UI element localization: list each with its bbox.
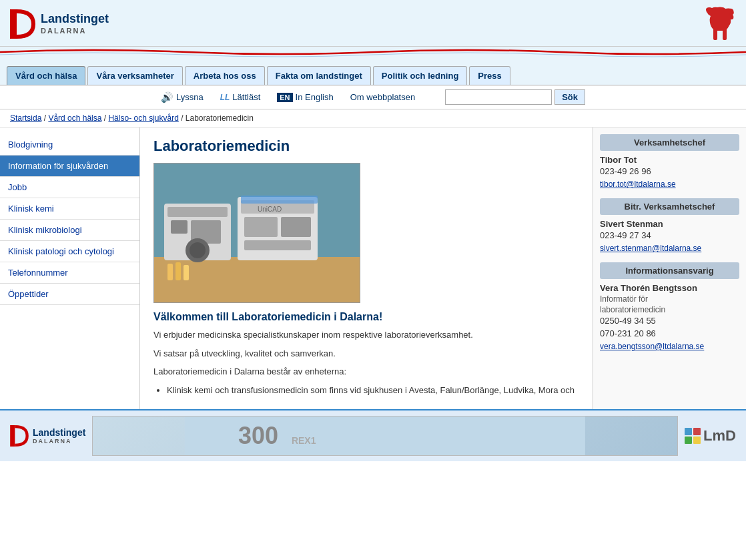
lmd-logo: LmD [685, 427, 736, 445]
search-area: Sök [445, 89, 585, 105]
sidebar-item-telefonnummer[interactable]: Telefonnummer [0, 262, 139, 284]
search-button[interactable]: Sök [554, 89, 585, 105]
sidebar-item-information[interactable]: Information för sjukvården [0, 156, 139, 177]
lyssna-icon: 🔊 [161, 91, 173, 103]
wave-decoration [0, 47, 746, 62]
lab-image: UniCAD [153, 163, 360, 303]
bitr-header: Bitr. Verksamhetschef [600, 198, 739, 215]
contact-card-verksamhetschef: Verksamhetschef Tibor Tot 023-49 26 96 t… [600, 134, 739, 189]
lmd-label: LmD [703, 427, 736, 445]
section-label: Laboratoriemedicin i Dalarna består av e… [153, 365, 579, 378]
nav-arbeta-hos-oss[interactable]: Arbeta hos oss [185, 66, 265, 85]
page-title: Laboratoriemedicin [153, 137, 579, 155]
logo-landstinget: Landstinget [41, 12, 109, 27]
footer-logo: Landstinget DALARNA [10, 425, 85, 447]
lattlast-link[interactable]: LL Lättläst [220, 92, 261, 102]
svg-rect-0 [10, 9, 17, 39]
lmd-cell-4 [693, 437, 701, 444]
bitr-phone: 023-49 27 34 [600, 230, 739, 240]
logo-d-icon [10, 9, 35, 39]
svg-rect-19 [10, 425, 15, 447]
informationsansvarig-phone2: 070-231 20 86 [600, 328, 739, 338]
contact-card-informationsansvarig: Informationsansvarig Vera Thorén Bengtss… [600, 262, 739, 351]
svg-rect-17 [241, 196, 318, 204]
informationsansvarig-phone1: 0250-49 34 55 [600, 316, 739, 326]
sidebar-item-jobb[interactable]: Jobb [0, 177, 139, 198]
english-link[interactable]: EN In English [277, 92, 333, 102]
om-webbplatsen-link[interactable]: Om webbplatsen [350, 92, 416, 102]
informationsansvarig-name: Vera Thorén Bengtsson [600, 283, 739, 293]
logo-dalarna: DALARNA [41, 27, 109, 35]
nav-vard-halsa[interactable]: Vård och hälsa [7, 66, 85, 85]
svg-rect-4 [167, 207, 228, 217]
verksamhetschef-header: Verksamhetschef [600, 134, 739, 151]
header-top: Landstinget DALARNA [10, 5, 736, 46]
horse-icon [697, 5, 736, 42]
sidebar-item-klinisk-kemi[interactable]: Klinisk kemi [0, 198, 139, 220]
breadcrumb-sep3: / [181, 113, 185, 123]
right-sidebar: Verksamhetschef Tibor Tot 023-49 26 96 t… [593, 127, 746, 409]
svg-rect-11 [244, 217, 278, 237]
intro-text2: Vi satsar på utveckling, kvalitet och sa… [153, 347, 579, 360]
lyssna-label: Lyssna [176, 92, 204, 102]
toolbar-row: 🔊 Lyssna LL Lättläst EN In English Om we… [0, 85, 746, 109]
search-input[interactable] [445, 89, 552, 105]
verksamhetschef-phone: 023-49 26 96 [600, 166, 739, 176]
english-badge: EN [277, 93, 292, 102]
lmd-cell-3 [685, 437, 692, 444]
breadcrumb-startsida[interactable]: Startsida [10, 113, 41, 123]
svg-text:UniCAD: UniCAD [258, 206, 282, 213]
breadcrumb: Startsida / Vård och hälsa / Hälso- och … [0, 109, 746, 127]
footer-image-area: 300 REX1 [92, 416, 678, 456]
svg-rect-13 [244, 240, 311, 250]
footer-logo-d-icon [10, 425, 29, 447]
header: Landstinget DALARNA [0, 0, 746, 47]
bitr-name: Sivert Stenman [600, 219, 739, 229]
footer-dalarna: DALARNA [33, 438, 85, 445]
footer: Landstinget DALARNA 300 REX1 LmD [0, 409, 746, 461]
main-nav: Vård och hälsa Våra verksamheter Arbeta … [0, 62, 746, 85]
svg-rect-15 [175, 262, 181, 280]
sidebar-item-klinisk-patologi[interactable]: Klinisk patologi och cytologi [0, 241, 139, 262]
informationsansvarig-header: Informationsansvarig [600, 262, 739, 279]
verksamhetschef-email[interactable]: tibor.tot@ltdalarna.se [600, 180, 676, 189]
sidebar-item-klinisk-mikrobiologi[interactable]: Klinisk mikrobiologi [0, 220, 139, 241]
sidebar-item-blodgivning[interactable]: Blodgivning [0, 134, 139, 156]
svg-rect-16 [183, 265, 189, 280]
informationsansvarig-email[interactable]: vera.bengtsson@ltdalarna.se [600, 342, 704, 351]
nav-fakta-landstinget[interactable]: Fakta om landstinget [267, 66, 371, 85]
informationsansvarig-title2: laboratoriemedicin [600, 305, 739, 314]
sidebar-item-oppettider[interactable]: Öppettider [0, 284, 139, 305]
lattlast-icon: LL [220, 93, 230, 102]
english-label: In English [296, 92, 334, 102]
main-content: Laboratoriemedicin [140, 127, 593, 409]
svg-rect-12 [281, 217, 311, 237]
nav-press[interactable]: Press [469, 66, 510, 85]
footer-landstinget: Landstinget [33, 427, 85, 438]
om-label: Om webbplatsen [350, 92, 416, 102]
informationsansvarig-title1: Informatör för [600, 294, 739, 304]
lmd-grid-icon [685, 428, 701, 444]
nav-vara-verksamheter[interactable]: Våra verksamheter [87, 66, 182, 85]
logo-area: Landstinget DALARNA [10, 9, 109, 39]
svg-point-8 [190, 242, 206, 258]
svg-text:REX1: REX1 [292, 435, 316, 446]
nav-politik-ledning[interactable]: Politik och ledning [373, 66, 468, 85]
breadcrumb-halso-sjukvard[interactable]: Hälso- och sjukvård [108, 113, 178, 123]
intro-text1: Vi erbjuder medicinska specialistkunskap… [153, 328, 579, 342]
footer-background-svg: 300 REX1 [93, 416, 677, 456]
verksamhetschef-name: Tibor Tot [600, 155, 739, 165]
contact-card-bitr: Bitr. Verksamhetschef Sivert Stenman 023… [600, 198, 739, 253]
welcome-title: Välkommen till Laboratoriemedicin i Dala… [153, 311, 579, 323]
bullet-item-1: Klinisk kemi och transfusionsmedicin som… [167, 384, 579, 397]
breadcrumb-vard-halsa[interactable]: Vård och hälsa [48, 113, 101, 123]
wave-svg [0, 47, 746, 59]
footer-logo-text: Landstinget DALARNA [33, 427, 85, 445]
content-area: Blodgivning Information för sjukvården J… [0, 127, 746, 409]
bitr-email[interactable]: sivert.stenman@ltdalarna.se [600, 244, 701, 253]
lyssna-link[interactable]: 🔊 Lyssna [161, 91, 204, 103]
lmd-cell-1 [685, 428, 692, 435]
svg-rect-5 [171, 220, 188, 234]
bullet-list: Klinisk kemi och transfusionsmedicin som… [167, 384, 579, 397]
lattlast-label: Lättläst [232, 92, 260, 102]
